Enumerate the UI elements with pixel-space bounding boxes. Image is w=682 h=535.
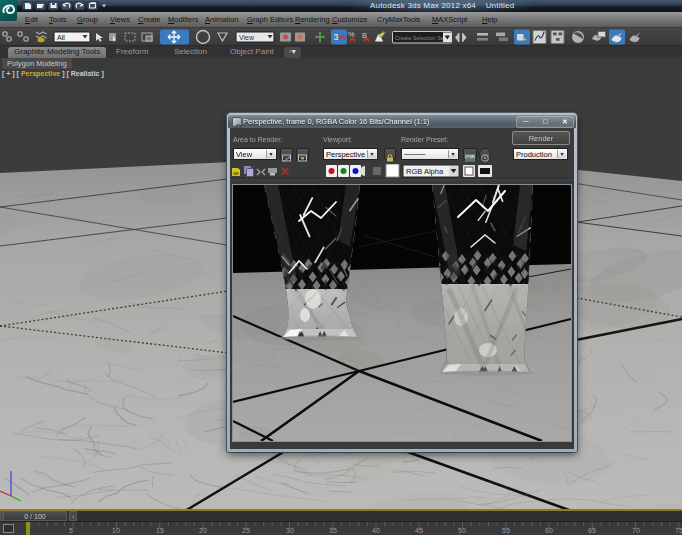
svg-text:RGB Alpha: RGB Alpha (406, 167, 444, 176)
svg-text:Create Selection Se: Create Selection Se (395, 35, 444, 41)
svg-text:All: All (57, 34, 65, 41)
svg-text:%: % (348, 30, 355, 39)
svg-text:3: 3 (334, 32, 339, 42)
svg-text:View: View (239, 34, 255, 41)
